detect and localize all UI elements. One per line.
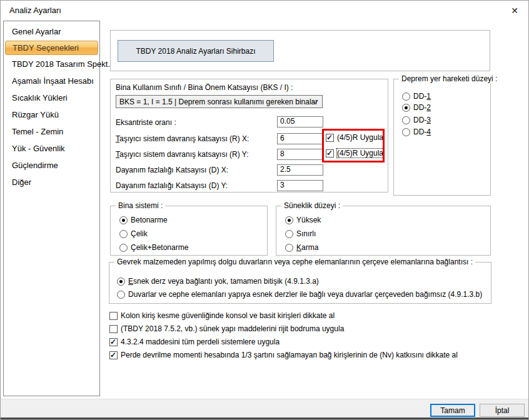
sidebar-item-tbdy-secenekleri[interactable]: TBDY Seçenekleri — [5, 41, 98, 55]
radio-selected-icon — [285, 216, 293, 224]
footer-bar: Tamam İptal — [1, 399, 528, 418]
gevrek-group: Gevrek malzemeden yapılmış dolgu duvarla… — [109, 262, 491, 304]
checkbox-tbdy-752-label: (TBDY 2018 7.5.2, vb.) sünek yapı maddel… — [121, 324, 344, 333]
eksantriste-label: Eksantriste oranı : — [116, 118, 176, 127]
gevrek-group-title: Gevrek malzemeden yapılmış dolgu duvarla… — [114, 258, 475, 266]
checkbox-tbdy-752[interactable]: (TBDY 2018 7.5.2, vb.) sünek yapı maddel… — [109, 324, 344, 333]
deprem-group: Deprem yer hareketi düzeyi : DD-1 DD-2 D… — [393, 79, 491, 196]
checkbox-4324-maddesi[interactable]: 4.3.2.4 maddesini tüm perdeli sistemlere… — [109, 338, 280, 346]
checkbox-perde-devrilme[interactable]: Perde devrilme momenti hesabında 1/3 şar… — [109, 351, 458, 359]
d-x-input[interactable]: 2.5 — [277, 164, 323, 176]
radio-icon — [285, 230, 293, 238]
wizard-panel: TBDY 2018 Analiz Ayarları Sihirbazı — [110, 30, 490, 71]
radio-icon — [402, 92, 410, 101]
radio-karma[interactable]: Karma — [285, 243, 318, 252]
radio-karma-label: Karma — [296, 243, 318, 252]
radio-dd-1-label: DD-1 — [413, 92, 431, 101]
radio-yuksek[interactable]: Yüksek — [285, 216, 321, 224]
r45-x-checkbox[interactable]: (4/5)R Uygula — [326, 133, 383, 142]
sidebar-item-tbdy-2018-tasarim-spekt[interactable]: TBDY 2018 Tasarım Spekt... — [4, 56, 99, 72]
r45-y-checkbox-label: (4/5)R Uygula — [337, 149, 383, 158]
radio-dd-3-label: DD-3 — [413, 116, 431, 124]
radio-celik-label: Çelik — [131, 229, 148, 238]
analysis-settings-dialog: Analiz Ayarları ✕ Genel Ayarlar TBDY Seç… — [0, 0, 529, 420]
close-button[interactable]: ✕ — [508, 4, 521, 17]
radio-icon — [117, 291, 125, 299]
bks-dropdown-value: BKS = 1, I = 1.5 | Deprem sonrası kullan… — [119, 98, 318, 106]
checkbox-kolon-kiris[interactable]: Kolon kiriş kesme güvenliğinde konsol ve… — [109, 311, 335, 320]
radio-celik-betonarme[interactable]: Çelik+Betonarme — [119, 243, 188, 252]
r-y-input[interactable]: 8 — [277, 149, 323, 160]
radio-celik[interactable]: Çelik — [119, 229, 148, 238]
radio-dd-1[interactable]: DD-1 — [402, 92, 431, 101]
r45-x-checkbox-label: (4/5)R Uygula — [337, 133, 383, 142]
checkbox-perde-devrilme-label: Perde devrilme momenti hesabında 1/3 şar… — [121, 351, 458, 359]
title-bar: Analiz Ayarları ✕ — [1, 1, 528, 19]
r-y-label: Taşıyıcı sistem davranış katsayısı (R) Y… — [116, 150, 249, 159]
checkbox-checked-icon — [326, 149, 334, 158]
r-x-label: Taşıyıcı sistem davranış katsayısı (R) X… — [116, 134, 249, 143]
bks-group: Bina Kullanım Sınıfı / Bina Önem Katsayı… — [110, 79, 388, 192]
radio-selected-icon — [119, 216, 128, 224]
wizard-button[interactable]: TBDY 2018 Analiz Ayarları Sihirbazı — [118, 40, 274, 62]
window-bottom-border — [1, 418, 528, 420]
bina-sistemi-group-title: Bina sistemi : — [116, 201, 165, 210]
deprem-group-title: Deprem yer hareketi düzeyi : — [399, 74, 500, 83]
radio-icon — [119, 230, 128, 238]
radio-celik-betonarme-label: Çelik+Betonarme — [131, 243, 188, 252]
close-icon: ✕ — [511, 6, 518, 16]
suneklik-group: Süneklik düzeyi : Yüksek Sınırlı Karma — [276, 206, 491, 256]
radio-dd-2[interactable]: DD-2 — [402, 103, 431, 112]
r-x-input[interactable]: 6 — [277, 133, 323, 144]
radio-sinirli[interactable]: Sınırlı — [285, 229, 316, 238]
ok-button[interactable]: Tamam — [430, 404, 475, 417]
radio-selected-icon — [402, 104, 410, 112]
sidebar-item-diger[interactable]: Diğer — [4, 174, 99, 191]
d-y-label: Dayanım fazlalığı Katsayısı (D) Y: — [116, 181, 228, 190]
radio-icon — [285, 244, 293, 252]
radio-dd-4[interactable]: DD-4 — [402, 128, 431, 136]
cancel-button[interactable]: İptal — [480, 404, 525, 417]
checkbox-unchecked-icon — [109, 325, 118, 333]
sidebar-item-genel-ayarlar[interactable]: Genel Ayarlar — [4, 23, 99, 40]
checkbox-kolon-kiris-label: Kolon kiriş kesme güvenliğinde konsol ve… — [121, 311, 335, 320]
settings-sidebar: Genel Ayarlar TBDY Seçenekleri TBDY 2018… — [3, 21, 100, 396]
sidebar-item-yuk-guvenlik[interactable]: Yük - Güvenlik — [4, 140, 99, 157]
bina-sistemi-group: Bina sistemi : Betonarme Çelik Çelik+Bet… — [110, 206, 268, 256]
radio-duvarlar-bagimsiz-label: Duvarlar ve cephe elemanları yapıya esne… — [128, 290, 482, 299]
radio-icon — [119, 244, 128, 252]
bks-dropdown[interactable]: BKS = 1, I = 1.5 | Deprem sonrası kullan… — [116, 95, 323, 108]
radio-dd-4-label: DD-4 — [413, 128, 431, 136]
sidebar-item-guclendirme[interactable]: Güçlendirme — [4, 157, 99, 174]
radio-esnek-derz[interactable]: Esnek derz veya bağlantı yok, tamamen bi… — [117, 277, 319, 286]
radio-betonarme[interactable]: Betonarme — [119, 216, 168, 224]
checkbox-unchecked-icon — [109, 312, 118, 320]
radio-yuksek-label: Yüksek — [296, 216, 321, 224]
bks-label: Bina Kullanım Sınıfı / Bina Önem Katsayı… — [116, 83, 293, 92]
dialog-title: Analiz Ayarları — [9, 6, 61, 15]
radio-sinirli-label: Sınırlı — [296, 229, 316, 238]
radio-selected-icon — [117, 278, 125, 286]
d-x-label: Dayanım fazlalığı Katsayısı (D) X: — [116, 166, 228, 174]
sidebar-item-ruzgar-yuku[interactable]: Rüzgar Yükü — [4, 106, 99, 123]
d-y-input[interactable]: 3 — [277, 180, 323, 191]
radio-dd-2-label: DD-2 — [413, 103, 431, 112]
radio-dd-3[interactable]: DD-3 — [402, 116, 431, 124]
checkbox-checked-icon — [109, 338, 118, 346]
sidebar-item-asamali-insaat[interactable]: Aşamalı İnşaat Hesabı — [4, 72, 99, 89]
sidebar-item-sicaklik-yukleri[interactable]: Sıcaklık Yükleri — [4, 89, 99, 106]
radio-esnek-derz-label: Esnek derz veya bağlantı yok, tamamen bi… — [128, 277, 319, 286]
radio-betonarme-label: Betonarme — [131, 216, 168, 224]
checkbox-checked-icon — [326, 134, 334, 142]
checkbox-checked-icon — [109, 351, 118, 359]
checkbox-4324-maddesi-label: 4.3.2.4 maddesini tüm perdeli sistemlere… — [121, 338, 280, 346]
radio-duvarlar-bagimsiz[interactable]: Duvarlar ve cephe elemanları yapıya esne… — [117, 290, 482, 299]
eksantriste-input[interactable]: 0.05 — [277, 116, 323, 128]
r45-y-checkbox[interactable]: (4/5)R Uygula — [326, 149, 383, 158]
suneklik-group-title: Süneklik düzeyi : — [281, 201, 343, 210]
radio-icon — [402, 128, 410, 136]
radio-icon — [402, 116, 410, 124]
sidebar-item-temel-zemin[interactable]: Temel - Zemin — [4, 123, 99, 140]
